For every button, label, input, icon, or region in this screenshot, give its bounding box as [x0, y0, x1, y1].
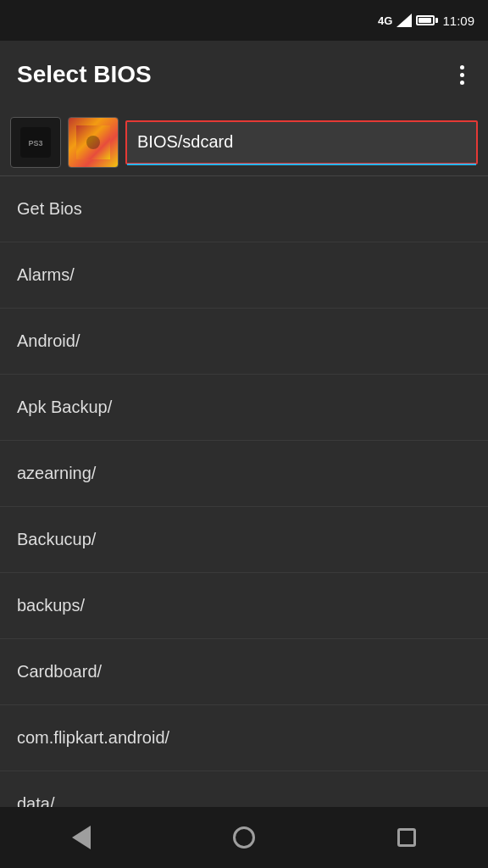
- list-item[interactable]: Alarms/: [0, 242, 488, 309]
- recents-button[interactable]: [381, 812, 432, 863]
- svg-text:PS3: PS3: [28, 139, 42, 147]
- file-item-label: Backucup/: [17, 530, 96, 549]
- svg-point-4: [86, 136, 100, 149]
- overflow-dot-3: [460, 81, 464, 85]
- list-item[interactable]: Cardboard/: [0, 639, 488, 705]
- overflow-dot-2: [460, 73, 464, 77]
- list-item[interactable]: Android/: [0, 309, 488, 375]
- file-item-label: Cardboard/: [17, 662, 102, 682]
- list-item[interactable]: data/: [0, 771, 488, 807]
- signal-icon: [396, 14, 412, 27]
- status-icons: 4G 11:09: [378, 14, 474, 28]
- file-item-label: Apk Backup/: [17, 398, 112, 417]
- network-label: 4G: [378, 14, 392, 27]
- file-list: Get BiosAlarms/Android/Apk Backup/azearn…: [0, 176, 488, 807]
- path-input-wrapper[interactable]: [125, 120, 478, 164]
- recents-icon: [397, 828, 416, 847]
- file-item-label: Alarms/: [17, 265, 75, 285]
- list-item[interactable]: com.flipkart.android/: [0, 705, 488, 771]
- overflow-dot-1: [460, 65, 464, 70]
- overflow-menu-button[interactable]: [453, 58, 471, 92]
- back-button[interactable]: [56, 812, 107, 863]
- svg-marker-0: [396, 14, 412, 27]
- file-item-label: azearning/: [17, 464, 96, 483]
- game-art-icon: [76, 125, 110, 159]
- path-underline: [127, 164, 476, 165]
- list-item[interactable]: Get Bios: [0, 176, 488, 242]
- file-item-label: Android/: [17, 331, 80, 351]
- file-item-label: data/: [17, 794, 54, 807]
- home-button[interactable]: [219, 812, 269, 863]
- app-bar: Select BIOS: [0, 41, 488, 108]
- list-item[interactable]: Backucup/: [0, 507, 488, 573]
- file-item-label: backups/: [17, 596, 85, 615]
- page-title: Select BIOS: [17, 61, 152, 88]
- ps3-thumbnail[interactable]: PS3: [10, 117, 61, 168]
- back-icon: [72, 826, 91, 849]
- file-item-label: com.flipkart.android/: [17, 728, 169, 748]
- file-item-label: Get Bios: [17, 199, 82, 219]
- list-item[interactable]: Apk Backup/: [0, 375, 488, 441]
- path-input[interactable]: [127, 132, 476, 152]
- status-time: 11:09: [442, 14, 474, 28]
- ps3-logo-icon: PS3: [20, 127, 51, 158]
- status-bar: 4G 11:09: [0, 0, 488, 41]
- battery-icon: [416, 15, 438, 25]
- list-item[interactable]: azearning/: [0, 441, 488, 507]
- game-thumbnail[interactable]: [68, 117, 119, 168]
- list-item[interactable]: backups/: [0, 573, 488, 639]
- path-bar: PS3: [0, 108, 488, 176]
- nav-bar: [0, 807, 488, 868]
- home-icon: [233, 826, 255, 849]
